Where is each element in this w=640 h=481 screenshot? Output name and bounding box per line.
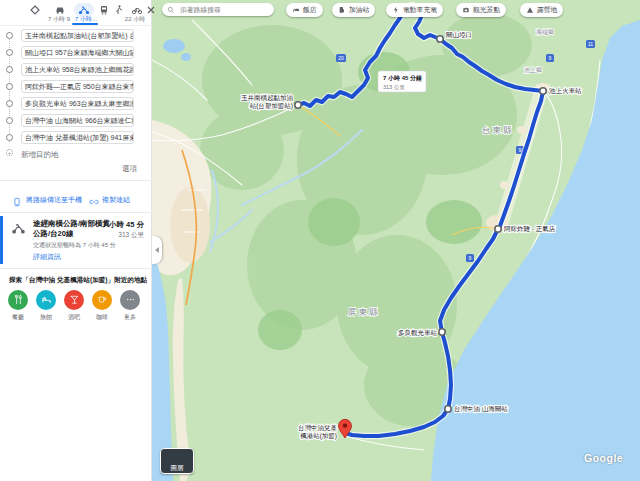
google-logo: Google: [584, 452, 623, 464]
waypoint-field-1[interactable]: 玉井南橫起點加油站(台塑加盟站) 台南市玉井區: [21, 29, 134, 42]
category-hotels[interactable]: 旅館: [32, 290, 60, 322]
svg-text:台東縣: 台東縣: [482, 125, 514, 135]
route-duration: 7 小時 45 分: [103, 220, 144, 230]
add-destination-button[interactable]: 新增目的地: [21, 150, 59, 160]
layers-control[interactable]: 圖層: [160, 448, 194, 474]
ev-charging-icon: [392, 6, 400, 14]
selected-route-bar: [0, 216, 3, 264]
map-canvas[interactable]: 20 9 11 9 9 玉井南橫起點加油 站(台塑加盟站) 關山埡口 池上火車站…: [152, 0, 640, 481]
map-graphics: 20 9 11 9 9 玉井南橫起點加油 站(台塑加盟站) 關山埡口 池上火車站…: [152, 0, 640, 481]
waypoint-field-3[interactable]: 池上火車站 958台東縣池上鄉鐵花路30號: [21, 63, 134, 76]
waypoint-dot: [6, 100, 13, 107]
search-input[interactable]: [178, 5, 268, 14]
route-distance: 313 公里: [118, 231, 144, 240]
collapse-panel-button[interactable]: [152, 236, 162, 264]
explore-heading: 探索「台灣中油 兌基楓港站(加盟)」附近的地點: [9, 276, 147, 285]
search-along-route[interactable]: [162, 3, 274, 16]
svg-text:池上鄉: 池上鄉: [524, 66, 542, 74]
route-options-button[interactable]: 選項: [122, 164, 137, 174]
waypoint-dot: [6, 66, 13, 73]
divider: [0, 180, 152, 181]
svg-text:9: 9: [549, 55, 552, 61]
category-coffee[interactable]: 咖啡: [88, 290, 116, 322]
svg-text:楓港站(加盟): 楓港站(加盟): [300, 432, 337, 440]
chevron-left-icon: [155, 247, 159, 253]
restaurant-icon: [13, 291, 24, 309]
add-destination-icon: +: [6, 149, 13, 156]
svg-text:屏東縣: 屏東縣: [348, 307, 380, 317]
svg-text:海端鄉: 海端鄉: [536, 28, 554, 35]
route-motorcycle-icon: [11, 221, 26, 236]
divider: [0, 268, 152, 269]
svg-text:玉井南橫起點加油: 玉井南橫起點加油: [241, 94, 294, 102]
copy-link-button[interactable]: 複製連結: [102, 195, 130, 205]
svg-text:9: 9: [519, 147, 522, 153]
fuel-icon: [338, 6, 346, 14]
nearby-categories: 餐廳 旅館 酒吧 咖啡 更多: [4, 290, 144, 322]
category-more[interactable]: 更多: [116, 290, 144, 322]
hotel-icon: [41, 291, 52, 309]
filter-gas-stations[interactable]: 加油站: [332, 3, 375, 17]
route-tooltip: 7 小時 45 分鐘 313 公里: [378, 71, 426, 92]
divider: [0, 212, 152, 213]
waypoint-dot: [6, 32, 13, 39]
svg-text:台灣中油兌基: 台灣中油兌基: [298, 424, 338, 432]
category-bars[interactable]: 酒吧: [60, 290, 88, 322]
waypoint-field-5[interactable]: 多良觀光車站 963台東縣太麻里鄉瀧溪村: [21, 97, 134, 110]
waypoint-dot: [6, 83, 13, 90]
svg-text:多良觀光車站: 多良觀光車站: [398, 329, 438, 337]
route-details-link[interactable]: 詳細資訊: [33, 252, 61, 262]
more-icon: [125, 291, 136, 309]
bicycle-duration: 22 小時: [120, 15, 150, 24]
svg-text:池上火車站: 池上火車站: [549, 87, 582, 95]
svg-text:阿鋐炸雞 - 正氣店: 阿鋐炸雞 - 正氣店: [504, 225, 556, 233]
svg-text:20: 20: [338, 55, 344, 61]
bed-icon: [292, 6, 300, 14]
svg-text:7 小時 45 分鐘: 7 小時 45 分鐘: [383, 74, 422, 82]
send-to-phone-link[interactable]: 將路線傳送至手機: [26, 195, 82, 205]
directions-panel: 7 小時 9 7 小時... 22 小時 玉井南橫起點加油站(台塑加盟站) 台南…: [0, 0, 152, 481]
waypoint-field-7[interactable]: 台灣中油 兌基楓港站(加盟) 941屏東縣枋山鄉: [21, 131, 134, 144]
svg-text:313 公里: 313 公里: [383, 84, 405, 90]
best-route-icon[interactable]: [28, 3, 42, 17]
filter-ev-charging[interactable]: 電動車充電: [386, 3, 443, 17]
search-icon: [167, 6, 175, 14]
camera-icon: [462, 6, 470, 14]
cocktail-icon: [69, 291, 80, 309]
category-restaurants[interactable]: 餐廳: [4, 290, 32, 322]
send-to-phone-icon: [12, 193, 22, 203]
route-title[interactable]: 途經南橫公路/南部橫貫公路/台20線: [33, 219, 113, 238]
waypoint-dot: [6, 117, 13, 124]
svg-text:11: 11: [588, 41, 593, 47]
filter-campgrounds[interactable]: 露營地: [520, 3, 563, 17]
filter-attractions[interactable]: 觀光景點: [456, 3, 506, 17]
svg-text:台灣中油 山海關站: 台灣中油 山海關站: [454, 405, 508, 413]
waypoint-field-4[interactable]: 阿鋐炸雞—正氣店 950台東縣台東市正氣路: [21, 80, 134, 93]
selected-mode-indicator: [72, 23, 98, 25]
svg-text:關山埡口: 關山埡口: [446, 31, 472, 39]
waypoint-field-2[interactable]: 關山埡口 957台東縣海端鄉大關山隧道0K: [21, 46, 134, 59]
tent-icon: [526, 6, 534, 14]
svg-text:9: 9: [469, 255, 472, 261]
copy-link-icon: [89, 193, 99, 203]
filter-hotels[interactable]: 飯店: [286, 3, 323, 17]
coffee-icon: [97, 291, 108, 309]
svg-text:站(台塑加盟站): 站(台塑加盟站): [250, 102, 293, 110]
waypoint-field-6[interactable]: 台灣中油 山海關站 966台東縣達仁鄉南迴公路: [21, 114, 134, 127]
travel-mode-bar: 7 小時 9 7 小時... 22 小時: [0, 0, 152, 26]
waypoint-dot: [6, 134, 13, 141]
route-traffic-note: 交通狀況順暢時為 7 小時 45 分: [33, 241, 148, 250]
waypoint-dot: [6, 49, 13, 56]
